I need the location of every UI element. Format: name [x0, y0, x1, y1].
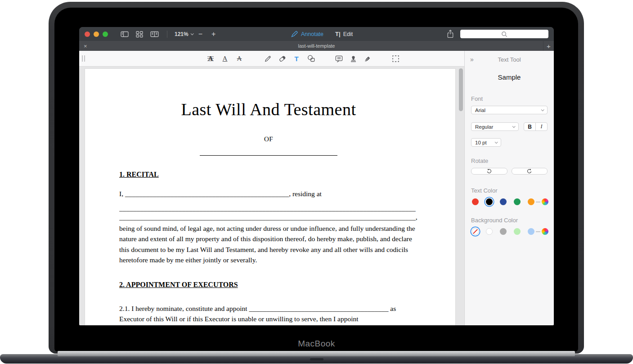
zoom-level-value: 121%	[175, 31, 189, 37]
highlight-icon[interactable]: A	[203, 53, 218, 64]
font-section-label: Font	[471, 95, 548, 102]
edit-text-icon: T|	[335, 31, 341, 37]
chevron-down-icon	[495, 140, 498, 144]
bg-color-gray-swatch[interactable]	[500, 228, 507, 235]
zoom-in-button[interactable]: +	[208, 30, 219, 38]
macbook-hinge	[58, 351, 575, 356]
italic-button[interactable]: I	[536, 123, 547, 130]
font-size-select[interactable]: 10 pt	[471, 138, 501, 147]
rotate-cw-icon	[526, 168, 532, 174]
traffic-light-zoom-button[interactable]	[103, 31, 108, 37]
recital-heading: 1. RECITAL	[119, 171, 418, 179]
font-style-select[interactable]: Regular	[471, 122, 519, 131]
executors-paragraph: 2.1. I hereby nominate, constitute and a…	[119, 303, 418, 324]
chevron-down-icon	[512, 125, 516, 128]
traffic-light-close-button[interactable]	[85, 31, 90, 37]
text-color-blue-swatch[interactable]	[500, 198, 507, 205]
document-viewport: Last Will And Testament OF 1. RECITAL I,…	[79, 67, 464, 325]
search-icon	[501, 31, 507, 37]
stamp-icon[interactable]	[346, 53, 360, 64]
tab-annotate[interactable]: Annotate	[291, 30, 323, 38]
font-style-value: Regular	[475, 124, 493, 130]
font-style-row: Regular B I	[471, 122, 548, 131]
toolbar-separator	[167, 31, 167, 38]
toolbar-drag-handle[interactable]	[82, 55, 85, 62]
collapse-panel-icon[interactable]: »	[470, 56, 474, 63]
search-input[interactable]	[460, 30, 548, 38]
zoom-controls: 121% − +	[175, 30, 219, 38]
document-of-label: OF	[119, 135, 418, 143]
zoom-level-dropdown[interactable]: 121%	[175, 31, 193, 37]
two-page-view-icon[interactable]	[150, 31, 159, 38]
swatch-dash-separator	[534, 231, 542, 232]
rotate-clockwise-button[interactable]	[512, 168, 548, 175]
font-size-value: 10 pt	[475, 140, 487, 145]
top-toolbar: 121% − + Annotate T| Edit	[79, 27, 554, 41]
traffic-light-minimize-button[interactable]	[94, 31, 99, 37]
text-color-green-swatch[interactable]	[514, 198, 521, 205]
shapes-icon[interactable]	[304, 53, 318, 64]
rotate-buttons	[471, 168, 548, 175]
rotate-section-label: Rotate	[471, 157, 548, 164]
tab-edit[interactable]: T| Edit	[335, 31, 353, 37]
edit-label: Edit	[343, 31, 353, 37]
app-window: 121% − + Annotate T| Edit	[79, 27, 554, 325]
font-family-value: Arial	[475, 108, 485, 113]
font-family-select[interactable]: Arial	[471, 106, 548, 114]
annotation-toolbar: A A A	[79, 51, 464, 67]
document-pane: A A A	[79, 51, 464, 325]
rotate-ccw-icon	[486, 168, 492, 174]
swatch-dash-separator	[534, 202, 542, 202]
text-color-wheel-swatch[interactable]	[542, 198, 548, 205]
text-color-orange-swatch[interactable]	[528, 198, 534, 205]
text-color-black-swatch[interactable]	[486, 198, 493, 205]
text-tool-panel: » Text Tool Sample Font Arial Regular B	[464, 51, 554, 325]
document-page[interactable]: Last Will And Testament OF 1. RECITAL I,…	[85, 68, 456, 325]
rotate-counterclockwise-button[interactable]	[471, 168, 507, 175]
share-icon[interactable]	[447, 30, 454, 38]
name-blank-rule	[200, 155, 337, 156]
mode-tabs: Annotate T| Edit	[291, 27, 353, 41]
toolbar-right	[447, 30, 548, 38]
bg-color-blue-swatch[interactable]	[528, 228, 534, 235]
bg-color-white-swatch[interactable]	[486, 228, 493, 235]
signature-pen-icon[interactable]	[360, 53, 375, 64]
text-tool-icon[interactable]: T	[289, 53, 304, 64]
recital-paragraph: being of sound mind, of legal age, not a…	[119, 223, 418, 265]
new-tab-button[interactable]: +	[543, 41, 554, 51]
chevron-down-icon	[541, 108, 544, 111]
panel-title: Text Tool	[471, 56, 548, 63]
executors-heading: 2. APPOINTMENT OF EXECUTORS	[119, 281, 418, 289]
text-color-label: Text Color	[471, 187, 548, 194]
text-color-swatches	[471, 198, 548, 205]
blank-line: ________________________________________…	[119, 213, 418, 222]
strikethrough-icon[interactable]: A	[232, 53, 247, 64]
annotate-label: Annotate	[301, 31, 323, 37]
bg-color-none-swatch[interactable]	[472, 228, 479, 235]
note-icon[interactable]	[332, 53, 346, 64]
bold-italic-group: B I	[524, 122, 548, 131]
screenshot-stage: 121% − + Annotate T| Edit	[0, 0, 633, 364]
background-color-label: Background Color	[471, 217, 548, 224]
select-icon[interactable]	[388, 53, 403, 64]
bg-color-wheel-swatch[interactable]	[542, 228, 548, 235]
text-color-red-swatch[interactable]	[472, 198, 479, 205]
macbook-lid-notch	[310, 358, 323, 360]
bold-button[interactable]: B	[524, 123, 536, 130]
blank-line: ________________________________________…	[119, 204, 418, 213]
font-sample-preview: Sample	[471, 73, 548, 81]
pencil-icon[interactable]	[260, 53, 275, 64]
tab-title[interactable]: last-will-template	[79, 43, 554, 49]
zoom-out-button[interactable]: −	[195, 30, 206, 38]
underline-icon[interactable]: A	[218, 53, 232, 64]
annotate-pen-icon	[291, 30, 298, 38]
chevron-down-icon	[190, 32, 193, 35]
thumbnails-view-icon[interactable]	[136, 31, 143, 38]
eraser-icon[interactable]	[275, 53, 289, 64]
bg-color-green-swatch[interactable]	[514, 228, 521, 235]
document-title: Last Will And Testament	[119, 100, 418, 119]
recital-intro-line: I, _____________________________________…	[119, 190, 418, 198]
sidebar-toggle-icon[interactable]	[121, 31, 129, 38]
vertical-scrollbar-thumb[interactable]	[459, 68, 463, 111]
macbook-brand-label: MacBook	[0, 339, 633, 349]
